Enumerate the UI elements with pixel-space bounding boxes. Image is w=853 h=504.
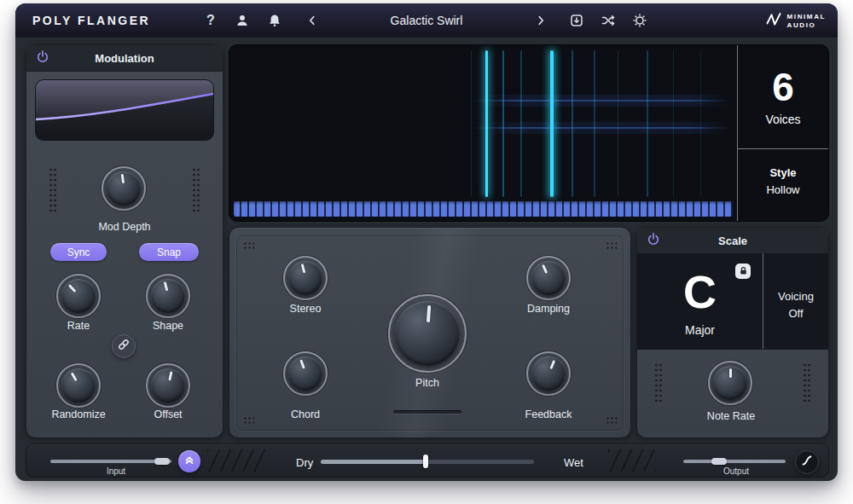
double-chevron-up-icon <box>183 454 195 469</box>
snap-button[interactable]: Snap <box>139 243 199 261</box>
dry-wet-handle[interactable] <box>423 455 428 468</box>
soft-clip-button[interactable] <box>795 450 819 474</box>
save-preset-button[interactable] <box>565 9 589 32</box>
preset-next-button[interactable] <box>529 9 553 32</box>
boost-button[interactable] <box>178 450 200 472</box>
titlebar: POLY FLANGER ? Galactic Swirl <box>15 3 838 38</box>
scale-panel: Scale C Major Voicing Off Note Rate <box>636 227 829 438</box>
randomize-knob[interactable] <box>56 363 101 408</box>
scale-lock-button[interactable] <box>735 264 751 279</box>
style-value[interactable]: Hollow <box>766 183 799 196</box>
rate-knob[interactable] <box>56 274 101 318</box>
link-button[interactable] <box>112 334 136 358</box>
texture-dots <box>803 362 811 402</box>
knob-pointer <box>525 255 571 300</box>
knob-pointer <box>148 365 188 405</box>
gear-icon <box>632 13 647 28</box>
preset-prev-button[interactable] <box>300 9 324 32</box>
scale-title: Scale <box>718 235 747 247</box>
feedback-label: Feedback <box>525 408 572 420</box>
knob-pointer <box>526 351 571 396</box>
damping-label: Damping <box>527 303 570 315</box>
rate-label: Rate <box>67 320 90 332</box>
input-gain-slider[interactable] <box>50 460 171 463</box>
texture-dots <box>654 362 663 402</box>
wet-label: Wet <box>564 456 583 469</box>
stereo-knob[interactable] <box>283 256 328 300</box>
offset-knob[interactable] <box>146 363 190 408</box>
mod-depth-label: Mod Depth <box>98 221 150 233</box>
output-label: Output <box>723 466 749 476</box>
knob-pointer <box>285 258 327 299</box>
spectrum-band <box>473 100 730 101</box>
modulation-title: Modulation <box>95 52 154 65</box>
damping-knob[interactable] <box>526 256 571 300</box>
help-button[interactable]: ? <box>199 9 223 32</box>
plugin-window: POLY FLANGER ? Galactic Swirl <box>15 3 838 481</box>
chevron-left-icon <box>306 14 318 26</box>
knob-pointer <box>55 272 102 320</box>
knob-pointer <box>55 362 102 409</box>
account-button[interactable] <box>230 9 254 32</box>
minimal-audio-mark-icon <box>765 11 782 32</box>
knob-pointer <box>104 169 142 207</box>
texture-dots <box>192 167 200 211</box>
stereo-label: Stereo <box>290 303 322 315</box>
feedback-knob[interactable] <box>526 351 571 396</box>
texture-dots <box>49 167 57 211</box>
chord-knob[interactable] <box>283 351 328 396</box>
shape-knob[interactable] <box>146 274 190 318</box>
mod-waveform-display <box>35 79 214 141</box>
voicing-value[interactable]: Off <box>763 307 828 320</box>
voices-value[interactable]: 6 <box>772 67 794 107</box>
brand-line1: MINIMAL <box>787 13 826 21</box>
scale-key-area: C Major Voicing Off <box>637 253 828 350</box>
key-cell: C Major <box>637 253 763 349</box>
notifications-button[interactable] <box>263 9 287 32</box>
footer-bar: Input Dry Wet Output <box>26 443 829 478</box>
app-title: POLY FLANGER <box>32 14 150 27</box>
knob-pointer <box>283 351 327 395</box>
spectrum-line <box>618 50 618 197</box>
voicing-label: Voicing <box>763 290 828 303</box>
link-icon <box>118 339 130 354</box>
chord-label: Chord <box>291 408 320 420</box>
texture-dots <box>243 241 254 249</box>
output-gain-slider[interactable] <box>683 460 786 463</box>
dry-label: Dry <box>296 456 313 469</box>
spectrum-line <box>471 50 472 197</box>
note-rate-knob[interactable] <box>708 361 752 405</box>
scale-power-button[interactable] <box>646 233 661 248</box>
randomize-label: Randomize <box>51 408 105 420</box>
texture-dots <box>606 241 617 249</box>
spectrum-line <box>520 50 522 197</box>
sync-button[interactable]: Sync <box>50 243 107 261</box>
power-icon <box>647 232 660 249</box>
piano-keyboard[interactable] <box>234 201 733 217</box>
modulation-power-button[interactable] <box>35 50 50 66</box>
texture-dots <box>606 416 617 424</box>
spectrum-line <box>550 50 554 197</box>
input-gain-handle[interactable] <box>154 458 170 465</box>
voices-panel: 6 Voices Style Hollow <box>737 45 828 221</box>
modulation-header: Modulation <box>26 45 223 72</box>
spectrum-band <box>473 127 730 129</box>
knob-pointer <box>148 275 189 317</box>
randomize-preset-button[interactable] <box>596 9 620 32</box>
mod-depth-knob[interactable] <box>102 166 146 211</box>
note-rate-label: Note Rate <box>707 410 755 422</box>
shuffle-icon <box>601 13 616 28</box>
pitch-knob[interactable] <box>388 294 467 373</box>
preset-name[interactable]: Galactic Swirl <box>341 14 512 27</box>
output-gain-handle[interactable] <box>711 458 727 465</box>
settings-button[interactable] <box>628 9 652 32</box>
effects-panel: Stereo Damping Pitch Chord Feedback <box>229 227 631 438</box>
power-icon <box>36 49 49 67</box>
pitch-label: Pitch <box>415 377 439 389</box>
scale-mode-value[interactable]: Major <box>637 323 763 337</box>
hatch-decor <box>207 449 265 472</box>
texture-dots <box>243 416 254 424</box>
shape-label: Shape <box>153 320 183 332</box>
spectrum-display <box>229 45 737 221</box>
user-icon <box>235 13 250 28</box>
